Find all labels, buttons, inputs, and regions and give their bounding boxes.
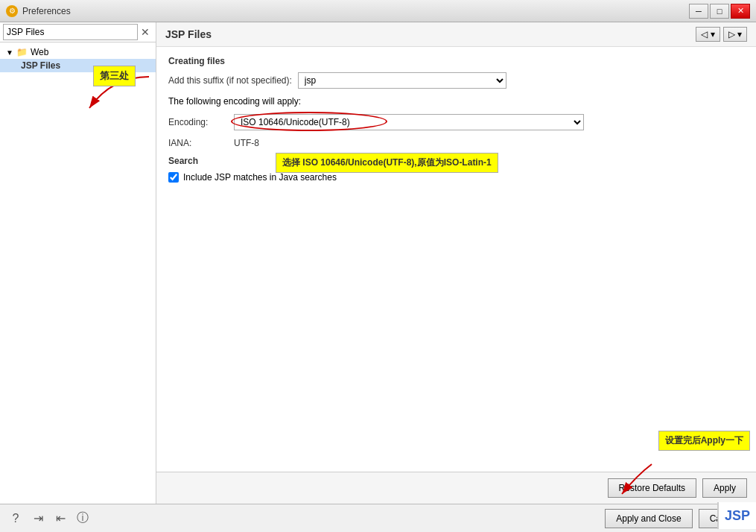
close-button[interactable]: ✕ (731, 4, 750, 19)
suffix-label: Add this suffix (if not specified): (168, 75, 292, 86)
right-header-title: JSP Files (165, 28, 212, 40)
iana-row: IANA: UTF-8 (168, 138, 744, 148)
tree-item-jsp-label: JSP Files (21, 60, 60, 71)
search-input[interactable] (3, 24, 138, 40)
window-title: Preferences (22, 6, 71, 16)
annotation-third: 第三处 (93, 66, 136, 86)
tree-item-web[interactable]: ▼ 📁 Web (0, 45, 156, 59)
settings-content: Creating files Add this suffix (if not s… (156, 47, 756, 472)
folder-icon: 📁 (16, 47, 28, 57)
apply-button[interactable]: Apply (702, 478, 747, 498)
import-icon[interactable]: ⇥ (30, 510, 46, 527)
jsp-logo: JSP (717, 502, 756, 529)
tree-arrow-icon: ▼ (6, 48, 13, 57)
tree-item-web-label: Web (31, 47, 48, 57)
encoding-select[interactable]: ISO 10646/Unicode(UTF-8) (234, 114, 584, 130)
info-icon[interactable]: ⓘ (74, 510, 91, 527)
app-icon: ⚙ (6, 5, 18, 17)
encoding-row: Encoding: ISO 10646/Unicode(UTF-8) (168, 114, 744, 130)
apply-arrow (614, 460, 667, 501)
export-icon[interactable]: ⇤ (52, 510, 69, 527)
bottom-left-icons: ? ⇥ ⇤ ⓘ (7, 510, 91, 527)
title-bar: ⚙ Preferences ─ □ ✕ (0, 0, 756, 22)
encoding-title-row: The following encoding will apply: (168, 96, 744, 107)
nav-buttons: ◁ ▾ ▷ ▾ (696, 27, 747, 42)
checkbox-row: Include JSP matches in Java searches (168, 172, 744, 183)
clear-search-button[interactable]: ✕ (138, 25, 153, 39)
help-icon[interactable]: ? (7, 510, 24, 527)
include-jsp-label: Include JSP matches in Java searches (183, 172, 337, 183)
iana-value: UTF-8 (234, 138, 259, 148)
annotation-encoding: 选择 ISO 10646/Unicode(UTF-8),原值为ISO-Latin… (276, 153, 498, 173)
right-header: JSP Files ◁ ▾ ▷ ▾ (156, 22, 756, 47)
encoding-label: Encoding: (168, 117, 228, 127)
maximize-button[interactable]: □ (710, 4, 729, 19)
creating-files-title: Creating files (168, 56, 744, 66)
suffix-row: Add this suffix (if not specified): jsp (168, 72, 744, 89)
include-jsp-checkbox[interactable] (168, 172, 179, 183)
apply-and-close-button[interactable]: Apply and Close (605, 509, 692, 528)
search-box: ✕ (0, 22, 156, 42)
suffix-select[interactable]: jsp (298, 72, 506, 89)
minimize-button[interactable]: ─ (689, 4, 708, 19)
bottom-bar: ? ⇥ ⇤ ⓘ Apply and Close Cancel (0, 504, 756, 532)
annotation-apply: 设置完后Apply一下 (658, 431, 750, 451)
nav-back-button[interactable]: ◁ ▾ (696, 27, 720, 42)
nav-forward-button[interactable]: ▷ ▾ (723, 27, 747, 42)
iana-label: IANA: (168, 138, 228, 148)
encoding-wrapper: ISO 10646/Unicode(UTF-8) (234, 114, 584, 130)
encoding-title-label: The following encoding will apply: (168, 96, 301, 107)
window-controls: ─ □ ✕ (689, 4, 750, 19)
